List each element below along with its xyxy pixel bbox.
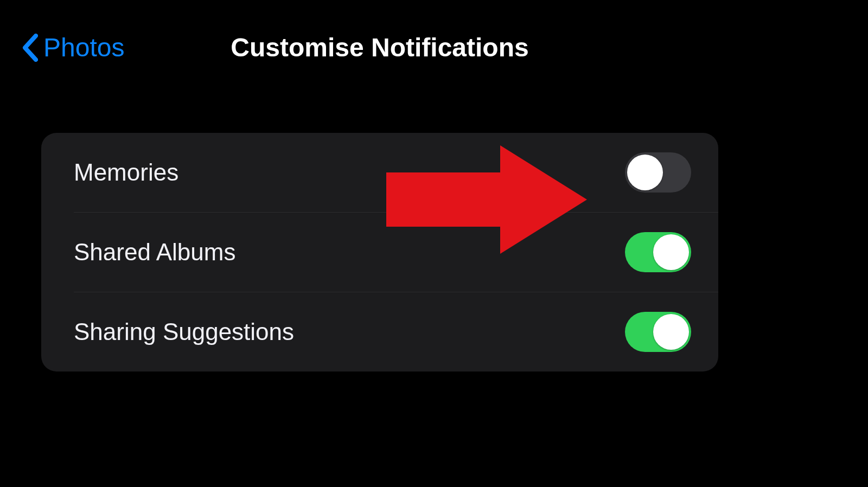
settings-group: Memories Shared Albums Sharing Suggestio… xyxy=(41,133,718,371)
row-sharing-suggestions: Sharing Suggestions xyxy=(41,292,718,371)
toggle-knob xyxy=(627,155,663,190)
toggle-knob xyxy=(653,314,689,350)
toggle-shared-albums[interactable] xyxy=(625,232,691,272)
page-title: Customise Notifications xyxy=(231,33,528,62)
back-button[interactable]: Photos xyxy=(22,33,124,62)
chevron-left-icon xyxy=(22,34,38,62)
settings-screen: Photos Customise Notifications Memories … xyxy=(0,0,760,428)
navigation-bar: Photos Customise Notifications xyxy=(0,0,760,73)
toggle-memories[interactable] xyxy=(625,152,691,193)
row-label-memories: Memories xyxy=(74,159,178,186)
back-label: Photos xyxy=(43,33,124,62)
row-shared-albums: Shared Albums xyxy=(41,213,718,292)
row-label-sharing-suggestions: Sharing Suggestions xyxy=(74,318,294,345)
row-label-shared-albums: Shared Albums xyxy=(74,239,235,266)
toggle-knob xyxy=(653,234,689,270)
toggle-sharing-suggestions[interactable] xyxy=(625,312,691,352)
row-memories: Memories xyxy=(41,133,718,212)
